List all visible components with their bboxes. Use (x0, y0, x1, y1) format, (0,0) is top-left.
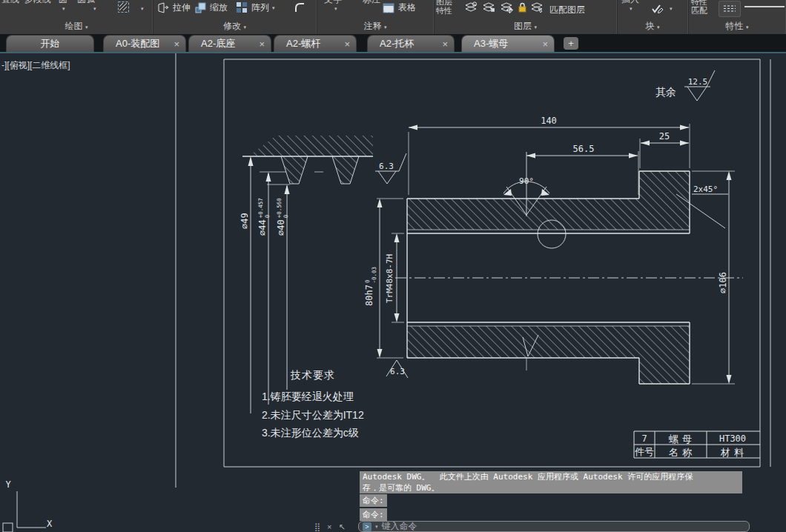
scale-button[interactable]: 缩放 (194, 1, 228, 14)
thread-detail-view (242, 136, 373, 184)
viewport-controls[interactable]: -][俯视][二维线框] (1, 59, 70, 72)
tab-a2-base[interactable]: A2-底座 × (188, 35, 271, 52)
linetype-preview[interactable] (744, 6, 785, 7)
panel-label-annotate[interactable]: 注释 ▾ (317, 20, 434, 33)
svg-text:140: 140 (541, 116, 557, 126)
edit-attributes-icon[interactable] (651, 2, 664, 17)
ucs-icon[interactable]: Y X (3, 479, 53, 532)
scale-icon (194, 1, 207, 14)
sheet-frame (176, 53, 770, 488)
ribbon-panel-block: 插入 ▾ ▾ 块 ▾ (617, 0, 689, 34)
stretch-button[interactable]: 拉伸 (157, 1, 191, 14)
command-line-icon: > (363, 522, 371, 531)
array-button[interactable]: 阵列 ▾ (236, 1, 275, 14)
layer-isolate-icon[interactable] (531, 1, 544, 16)
layer-freeze-icon[interactable] (501, 1, 513, 16)
panel-label-properties[interactable]: 特性 ▾ (688, 20, 786, 33)
table-button[interactable]: 表格 (383, 1, 416, 14)
panel-label-block[interactable]: 块 ▾ (617, 20, 688, 33)
match-layer-button[interactable]: 匹配图层 (549, 4, 585, 16)
svg-text:25: 25 (659, 131, 670, 142)
dim-root-dia: ∅40+0.5600 (276, 184, 290, 390)
tab-a2-cup[interactable]: A2-托杯 × (367, 35, 455, 52)
dim-body-dia: 80h70-0.03 (364, 199, 404, 358)
technical-requirements: 技术要求 1.铸胚要经退火处理 2.未注尺寸公差为IT12 3.未注形位公差为c… (262, 369, 364, 439)
tab-a2-screw[interactable]: A2-螺杆 × (274, 35, 357, 52)
ribbon-panel-layers: 图层特性 匹配图层 图层 ▾ (434, 0, 618, 34)
close-icon[interactable]: × (327, 522, 331, 532)
close-icon[interactable]: × (166, 39, 179, 49)
svg-text:6.3: 6.3 (379, 162, 394, 171)
svg-text:X: X (47, 519, 53, 529)
tab-a3-nut[interactable]: A3-螺母 × (461, 35, 555, 52)
stretch-icon (157, 1, 170, 14)
command-prompt: 命令: (360, 494, 387, 507)
cursor-icon[interactable]: ↖ (339, 522, 346, 532)
chevron-down-icon[interactable]: ▾ (93, 6, 96, 12)
tab-a0-assembly[interactable]: A0-装配图 × (103, 35, 186, 52)
panel-label-modify[interactable]: 修改 ▾ (153, 20, 317, 33)
surface-roughness-note: 其余 12.5 (655, 70, 715, 101)
dim-crest-dia: ∅49 (240, 156, 254, 413)
chevron-down-icon[interactable]: ▾ (334, 6, 337, 12)
command-input-bar[interactable]: > ▾ 键入命令 (358, 521, 750, 532)
linetype-list-icon[interactable] (719, 1, 741, 17)
svg-text:材料: 材料 (720, 447, 747, 458)
panel-label-layers[interactable]: 图层 ▾ (434, 20, 617, 33)
chevron-down-icon[interactable]: ▾ (630, 6, 633, 12)
model-space-canvas[interactable]: -][俯视][二维线框] 7 螺母 HT300 件号 名称 材料 (0, 53, 786, 532)
new-tab-button[interactable]: + (564, 37, 578, 50)
svg-text:12.5: 12.5 (688, 77, 708, 87)
text-tool-clipped: 文字 (324, 0, 342, 6)
svg-text:6.3: 6.3 (390, 367, 405, 376)
svg-text:3.未注形位公差为c级: 3.未注形位公差为c级 (262, 427, 359, 439)
roughness-upper: 6.3 (375, 153, 406, 184)
svg-text:其余: 其余 (655, 86, 676, 98)
match-properties-button[interactable]: 特性匹配 (691, 0, 707, 15)
table-icon (383, 2, 395, 14)
file-tab-bar: 开始 A0-装配图 × A2-底座 × A2-螺杆 × A2-托杯 × A3-螺… (0, 34, 786, 52)
svg-text:Y: Y (5, 479, 11, 490)
dim-mid-dia: ∅44+0.4570 (257, 172, 271, 405)
fillet-icon[interactable] (294, 1, 306, 17)
dim-flange-dia: ∅106 (692, 171, 735, 384)
layer-properties-button[interactable]: 图层特性 (436, 0, 452, 15)
svg-text:技术要求: 技术要求 (290, 369, 335, 381)
hatch-icon[interactable] (117, 1, 130, 16)
layer-make-current-icon[interactable] (483, 1, 495, 16)
roughness-lower: 6.3 (386, 360, 408, 378)
close-icon[interactable]: × (251, 39, 265, 49)
ribbon: 直线 多段线 圆 圆弧 ▾ ▾ ▾ 绘图 ▾ 拉伸 缩放 阵列 ▾ 修改 ▾ 文… (0, 0, 786, 34)
svg-text:2x45°: 2x45° (693, 184, 718, 194)
svg-text:HT300: HT300 (719, 433, 746, 444)
svg-text:1.铸胚要经退火处理: 1.铸胚要经退火处理 (262, 390, 354, 402)
command-history: Autodesk DWG。 此文件上次由 Autodesk 应用程序或 Auto… (360, 471, 742, 493)
chevron-down-icon[interactable]: ▾ (141, 6, 144, 12)
svg-text:∅49: ∅49 (240, 213, 250, 229)
svg-text:2.未注尺寸公差为IT12: 2.未注尺寸公差为IT12 (262, 409, 364, 421)
close-icon[interactable]: × (337, 39, 350, 49)
insert-tool-clipped: 插入 (621, 0, 639, 6)
layer-on-icon[interactable] (465, 1, 478, 16)
ribbon-panel-properties: 特性匹配 特性 ▾ (688, 0, 786, 34)
svg-text:名称: 名称 (669, 447, 696, 458)
chevron-down-icon: ▾ (272, 5, 275, 11)
chevron-down-icon[interactable]: ▾ (62, 6, 65, 12)
chevron-down-icon[interactable]: ▾ (375, 524, 378, 530)
close-icon[interactable]: × (535, 39, 548, 49)
panel-label-draw[interactable]: 绘图 ▾ (0, 20, 153, 33)
svg-text:56.5: 56.5 (573, 144, 595, 154)
tab-start[interactable]: 开始 (6, 35, 94, 52)
dim-flange-width: 25 (640, 131, 689, 168)
ribbon-panel-annotate: 文字 标注 ▾ 表格 注释 ▾ (317, 0, 435, 34)
close-icon[interactable]: × (435, 39, 448, 49)
grip-icon[interactable]: ⣿ (314, 522, 320, 532)
svg-text:80h70-0.03: 80h70-0.03 (364, 267, 377, 306)
svg-text:件号: 件号 (635, 446, 654, 457)
layer-lock-icon[interactable] (517, 1, 528, 16)
draw-tools-clipped: 直线 多段线 圆 圆弧 (1, 0, 95, 6)
svg-text:7: 7 (641, 433, 647, 444)
chevron-down-icon[interactable]: ▾ (670, 6, 673, 12)
section-hatch (407, 171, 690, 384)
drawing-svg: 7 螺母 HT300 件号 名称 材料 其余 12.5 (0, 53, 786, 532)
